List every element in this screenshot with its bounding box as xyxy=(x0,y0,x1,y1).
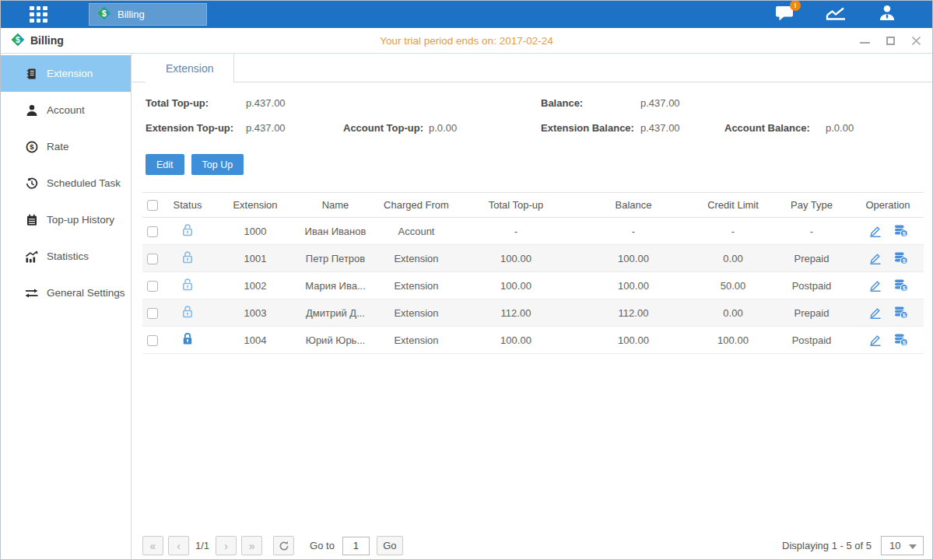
taskbar-tab-billing[interactable]: $ Billing xyxy=(89,3,207,26)
operation-cell: $ xyxy=(852,334,924,346)
last-page-button[interactable]: » xyxy=(241,536,262,555)
select-all-checkbox[interactable] xyxy=(147,200,158,211)
edit-button[interactable]: Edit xyxy=(146,154,184,175)
window-title-text: Billing xyxy=(30,34,64,47)
stats-icon xyxy=(25,250,38,263)
balance-value: p.437.00 xyxy=(640,97,724,109)
topup-icon[interactable]: $ xyxy=(894,252,908,264)
close-button[interactable] xyxy=(910,35,921,46)
balance-cell: 100.00 xyxy=(572,334,695,346)
total-topup-cell: 100.00 xyxy=(460,280,572,292)
reports-chart-icon[interactable] xyxy=(826,5,847,24)
sidebar-item-scheduled-task[interactable]: Scheduled Task xyxy=(1,165,131,201)
credit-limit-cell: - xyxy=(695,226,771,237)
status-cell xyxy=(163,305,212,320)
sidebar-item-top-up-history[interactable]: Top-up History xyxy=(1,201,131,238)
name-cell: Петр Петров xyxy=(298,253,373,264)
row-checkbox[interactable] xyxy=(147,335,158,346)
account-topup-label: Account Top-up: xyxy=(343,122,429,134)
total-topup-cell: 112.00 xyxy=(460,307,572,319)
status-cell xyxy=(163,332,212,348)
sidebar-item-rate[interactable]: $Rate xyxy=(1,128,131,165)
balance-label: Balance: xyxy=(541,97,640,109)
edit-icon[interactable] xyxy=(868,334,882,346)
table-row: 1001Петр ПетровExtension100.00100.000.00… xyxy=(142,245,924,272)
go-button[interactable]: Go xyxy=(377,536,403,555)
operation-cell: $ xyxy=(852,225,924,237)
user-account-icon[interactable] xyxy=(878,4,896,25)
table-row: 1000Иван ИвановAccount----$ xyxy=(142,218,924,245)
edit-icon[interactable] xyxy=(868,306,882,319)
apps-grid-icon[interactable] xyxy=(30,6,47,23)
topup-icon[interactable]: $ xyxy=(894,306,908,319)
goto-page-input[interactable] xyxy=(342,537,370,555)
taskbar-tab-label: Billing xyxy=(118,9,145,20)
row-checkbox-cell xyxy=(142,225,163,237)
edit-icon[interactable] xyxy=(868,252,882,264)
window-controls xyxy=(859,28,921,53)
sidebar-item-statistics[interactable]: Statistics xyxy=(1,238,131,275)
row-checkbox[interactable] xyxy=(147,226,158,237)
row-checkbox[interactable] xyxy=(147,308,158,319)
credit-limit-cell: 50.00 xyxy=(695,280,771,292)
name-cell: Дмитрий Д... xyxy=(298,307,373,319)
col-balance: Balance xyxy=(572,199,695,211)
col-credit-limit: Credit Limit xyxy=(695,199,771,211)
minimize-button[interactable] xyxy=(859,35,870,46)
col-extension: Extension xyxy=(212,199,298,211)
svg-text:$: $ xyxy=(102,9,107,17)
operation-cell: $ xyxy=(852,252,924,264)
col-charged-from: Charged From xyxy=(373,199,460,211)
charged-from-cell: Account xyxy=(373,226,460,237)
sidebar-item-label: Rate xyxy=(47,141,69,152)
page-size-value: 10 xyxy=(889,540,900,551)
row-checkbox[interactable] xyxy=(147,254,158,264)
billing-summary: Total Top-up: p.437.00 Balance: p.437.00… xyxy=(146,92,933,138)
topup-icon[interactable]: $ xyxy=(894,225,908,237)
topup-icon[interactable]: $ xyxy=(894,279,908,292)
tab-extension-label: Extension xyxy=(166,62,213,75)
next-page-button[interactable]: › xyxy=(216,536,237,555)
extension-cell: 1002 xyxy=(212,280,298,292)
refresh-button[interactable] xyxy=(273,536,294,555)
name-cell: Мария Ива... xyxy=(298,280,373,292)
system-top-bar: $ Billing ! xyxy=(1,1,932,28)
total-topup-value: p.437.00 xyxy=(246,97,343,109)
sidebar-item-general-settings[interactable]: General Settings xyxy=(1,275,131,311)
tab-extension[interactable]: Extension xyxy=(146,54,234,82)
pay-type-cell: Postpaid xyxy=(771,280,852,292)
row-checkbox[interactable] xyxy=(147,281,158,292)
pay-type-cell: Prepaid xyxy=(771,307,852,319)
page-size-select[interactable]: 10 xyxy=(881,536,924,555)
status-cell xyxy=(163,250,212,266)
prev-page-button[interactable]: ‹ xyxy=(168,536,189,555)
billing-app-window: $ Billing ! $ Billing Your trial period … xyxy=(0,0,933,560)
credit-limit-cell: 0.00 xyxy=(695,253,771,264)
action-buttons: Edit Top Up xyxy=(146,154,933,175)
charged-from-cell: Extension xyxy=(373,307,460,319)
col-total-topup: Total Top-up xyxy=(460,199,572,211)
top-up-button[interactable]: Top Up xyxy=(191,154,244,175)
first-page-button[interactable]: « xyxy=(142,536,163,555)
extensions-table: Status Extension Name Charged From Total… xyxy=(142,192,924,354)
name-cell: Юрий Юрь... xyxy=(298,334,373,346)
calendar-icon xyxy=(25,214,38,226)
messages-icon[interactable]: ! xyxy=(775,5,794,25)
sidebar-item-extension[interactable]: Extension xyxy=(1,55,131,92)
topup-icon[interactable]: $ xyxy=(894,334,908,346)
status-cell xyxy=(163,278,212,293)
page-indicator: 1/1 xyxy=(195,540,209,551)
extension-cell: 1001 xyxy=(212,253,298,264)
credit-limit-cell: 100.00 xyxy=(695,334,771,346)
edit-icon[interactable] xyxy=(868,279,882,292)
dollar-circle-icon: $ xyxy=(25,141,38,153)
sidebar-item-account[interactable]: Account xyxy=(1,92,131,128)
extension-topup-label: Extension Top-up: xyxy=(146,122,246,134)
maximize-button[interactable] xyxy=(885,35,896,46)
edit-icon[interactable] xyxy=(868,225,882,237)
sidebar: ExtensionAccount$RateScheduled TaskTop-u… xyxy=(1,54,132,560)
balance-cell: 112.00 xyxy=(572,307,695,319)
col-name: Name xyxy=(298,199,373,211)
select-all-cell xyxy=(142,199,163,212)
pay-type-cell: Postpaid xyxy=(771,334,852,346)
